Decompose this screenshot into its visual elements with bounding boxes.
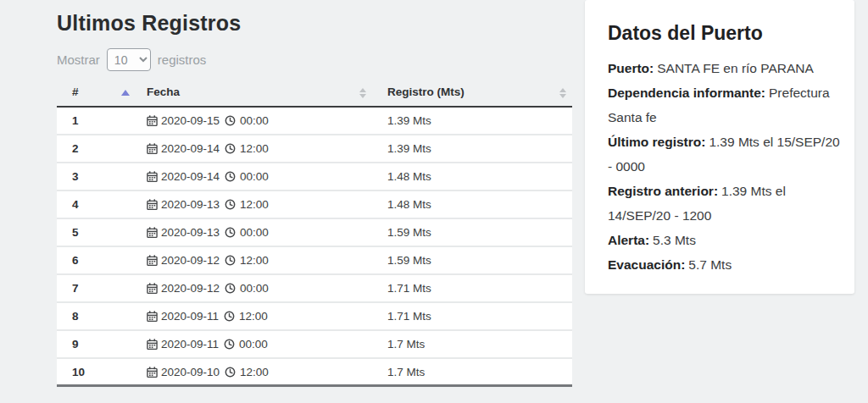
record-date: 2020-09-10 [161, 366, 220, 378]
record-date: 2020-09-13 [161, 226, 220, 239]
field-value: 5.7 Mts [688, 257, 732, 272]
record-time: 00:00 [240, 282, 269, 295]
record-date: 2020-09-14 [161, 142, 220, 155]
row-number: 7 [57, 275, 138, 303]
record-date: 2020-09-11 [161, 338, 219, 351]
sort-icon [559, 88, 566, 98]
clock-icon [225, 283, 236, 294]
port-field-alerta: Alerta:5.3 Mts [608, 228, 841, 252]
record-value: 1.71 Mts [372, 303, 572, 331]
record-date: 2020-09-11 [161, 310, 219, 323]
show-entries-control: Mostrar 10 registros [57, 48, 572, 71]
row-number: 9 [57, 331, 138, 359]
row-number: 10 [57, 359, 138, 387]
records-section: Ultimos Registros Mostrar 10 registros #… [57, 0, 572, 387]
calendar-icon [147, 283, 158, 294]
table-row: 3 2020-09-14 00 [57, 163, 572, 191]
record-date-cell: 2020-09-13 12:00 [147, 198, 364, 211]
table-row: 5 2020-09-13 00 [57, 219, 572, 247]
port-field-ultimo-registro: Último registro:1.39 Mts el 15/SEP/20 - … [608, 130, 841, 179]
record-date-cell: 2020-09-14 12:00 [147, 142, 364, 155]
record-value: 1.39 Mts [372, 108, 572, 135]
clock-icon [225, 255, 236, 266]
record-value: 1.7 Mts [372, 331, 572, 359]
record-date: 2020-09-13 [161, 198, 220, 211]
sort-icon [359, 88, 366, 98]
record-date-cell: 2020-09-10 12:00 [147, 366, 364, 378]
record-date: 2020-09-12 [161, 254, 220, 267]
row-number: 3 [57, 163, 138, 191]
port-field-dependencia: Dependencia informante:Prefectura Santa … [608, 80, 841, 130]
field-label: Último registro: [608, 135, 705, 149]
record-date-cell: 2020-09-12 00:00 [147, 282, 364, 295]
record-time: 00:00 [240, 226, 269, 239]
sort-asc-icon [121, 90, 130, 96]
record-date-cell: 2020-09-12 12:00 [147, 254, 364, 267]
record-date-cell: 2020-09-14 00:00 [147, 170, 364, 183]
calendar-icon [147, 339, 158, 350]
record-time: 12:00 [240, 142, 269, 155]
table-row: 2 2020-09-14 12 [57, 135, 572, 163]
port-field-evacuacion: Evacuación:5.7 Mts [608, 252, 841, 277]
record-date-cell: 2020-09-11 00:00 [147, 338, 364, 351]
records-table: # Fecha Registro (Mts) 1 [57, 80, 572, 387]
port-field-registro-anterior: Registro anterior:1.39 Mts el 14/SEP/20 … [608, 179, 841, 228]
port-card-title: Datos del Puerto [608, 22, 841, 45]
table-row: 1 2020-09-15 00 [57, 108, 572, 135]
table-row: 9 2020-09-11 00 [57, 331, 572, 359]
record-value: 1.59 Mts [372, 247, 572, 275]
field-label: Puerto: [608, 61, 654, 75]
row-number: 1 [57, 108, 138, 135]
row-number: 6 [57, 247, 138, 275]
record-time: 12:00 [240, 366, 269, 378]
column-header-fecha[interactable]: Fecha [138, 80, 372, 108]
record-time: 12:00 [240, 198, 269, 211]
field-value: SANTA FE en río PARANA [657, 61, 814, 75]
record-date: 2020-09-15 [161, 114, 220, 127]
column-header-index[interactable]: # [57, 80, 138, 108]
table-row: 6 2020-09-12 12 [57, 247, 572, 275]
record-value: 1.71 Mts [372, 275, 572, 303]
table-row: 8 2020-09-11 12 [57, 303, 572, 331]
row-number: 5 [57, 219, 138, 247]
field-value: 5.3 Mts [653, 233, 696, 247]
calendar-icon [147, 171, 158, 182]
record-time: 12:00 [239, 310, 268, 323]
table-row: 10 2020-09-10 1 [57, 359, 572, 387]
page-title: Ultimos Registros [57, 11, 572, 36]
calendar-icon [147, 115, 158, 126]
table-row: 4 2020-09-13 12 [57, 191, 572, 219]
record-time: 00:00 [239, 338, 268, 351]
calendar-icon [147, 227, 158, 238]
record-time: 00:00 [240, 114, 269, 127]
field-label: Registro anterior: [608, 184, 718, 198]
record-date-cell: 2020-09-11 12:00 [147, 310, 364, 323]
clock-icon [225, 171, 236, 182]
record-date-cell: 2020-09-15 00:00 [147, 114, 364, 127]
clock-icon [225, 115, 236, 126]
clock-icon [224, 311, 235, 322]
record-time: 12:00 [240, 254, 269, 267]
calendar-icon [147, 311, 158, 322]
record-value: 1.48 Mts [372, 191, 572, 219]
calendar-icon [147, 143, 158, 154]
field-label: Evacuación: [608, 257, 685, 272]
table-header-row: # Fecha Registro (Mts) [57, 80, 572, 108]
show-entries-label: Mostrar [57, 52, 100, 67]
record-date: 2020-09-14 [161, 170, 220, 183]
record-date: 2020-09-12 [161, 282, 220, 295]
table-row: 7 2020-09-12 00 [57, 275, 572, 303]
record-value: 1.7 Mts [372, 359, 572, 387]
calendar-icon [147, 367, 158, 378]
row-number: 8 [57, 303, 138, 331]
column-header-registro[interactable]: Registro (Mts) [372, 80, 572, 108]
calendar-icon [147, 255, 158, 266]
record-value: 1.59 Mts [372, 219, 572, 247]
clock-icon [225, 367, 236, 378]
record-value: 1.39 Mts [372, 135, 572, 163]
clock-icon [224, 339, 235, 350]
field-label: Dependencia informante: [608, 86, 765, 100]
clock-icon [225, 199, 236, 210]
show-entries-select[interactable]: 10 [107, 48, 151, 71]
clock-icon [225, 227, 236, 238]
